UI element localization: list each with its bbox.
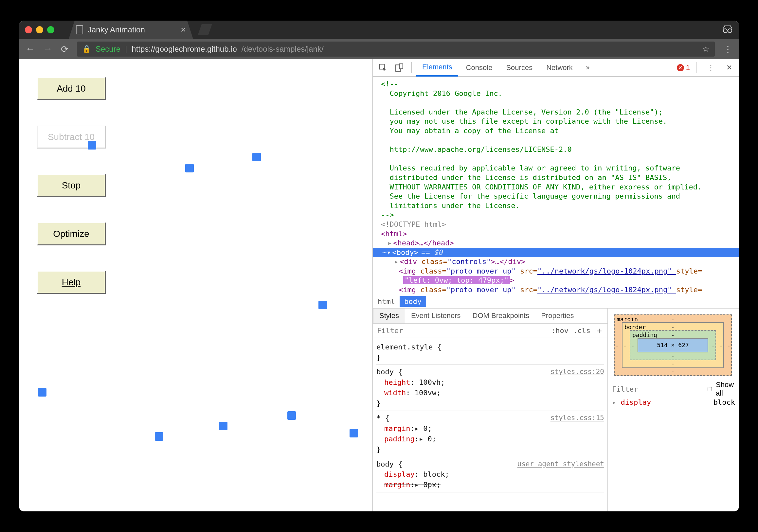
mover-icon xyxy=(219,422,227,430)
inspect-element-icon[interactable] xyxy=(376,62,390,74)
rule-body[interactable]: styles.css:20 body { height: 100vh; widt… xyxy=(376,365,604,411)
optimize-button[interactable]: Optimize xyxy=(37,222,106,246)
bm-border-label: border xyxy=(625,323,646,330)
titlebar: Janky Animation × xyxy=(19,20,739,39)
page-icon xyxy=(76,25,83,34)
subtab-properties[interactable]: Properties xyxy=(535,308,580,323)
dom-breadcrumb: html body xyxy=(373,295,739,308)
controls-panel: Add 10 Subtract 10 Stop Optimize Help xyxy=(37,77,106,294)
back-button[interactable]: ← xyxy=(25,44,35,54)
browser-window: Janky Animation × ← → ⟳ 🔒 Secure | https… xyxy=(19,20,739,512)
address-bar[interactable]: 🔒 Secure | https://googlechrome.github.i… xyxy=(77,42,715,57)
error-count: 1 xyxy=(686,63,690,72)
cls-toggle[interactable]: .cls xyxy=(573,326,590,335)
url-path: /devtools-samples/jank/ xyxy=(242,45,324,54)
computed-row[interactable]: display block xyxy=(612,398,735,406)
browser-tab[interactable]: Janky Animation × xyxy=(69,20,193,39)
close-tab-icon[interactable]: × xyxy=(181,24,186,35)
tabs-overflow-icon[interactable]: » xyxy=(581,62,595,74)
incognito-icon xyxy=(722,24,733,35)
url-host: https://googlechrome.github.io xyxy=(132,45,237,54)
browser-menu-button[interactable]: ⋮ xyxy=(723,44,733,55)
window-minimize-button[interactable] xyxy=(36,26,43,33)
subtab-styles[interactable]: Styles xyxy=(373,308,405,323)
lock-icon: 🔒 xyxy=(82,45,91,53)
stop-button[interactable]: Stop xyxy=(37,174,106,197)
bm-content-size: 514 × 627 xyxy=(637,338,708,352)
add-button[interactable]: Add 10 xyxy=(37,77,106,100)
subtab-event-listeners[interactable]: Event Listeners xyxy=(405,308,467,323)
error-badge-icon: ✕ xyxy=(677,64,684,71)
svg-point-0 xyxy=(723,29,727,33)
computed-filter-input[interactable] xyxy=(612,385,704,393)
forward-button[interactable]: → xyxy=(43,44,52,54)
computed-column: margin - - - - border - - - - xyxy=(608,309,739,512)
devtools-menu-icon[interactable]: ⋮ xyxy=(704,62,718,74)
rule-element-style[interactable]: element.style { } xyxy=(376,340,604,365)
svg-point-1 xyxy=(728,29,732,33)
dom-div-controls[interactable]: <div class="controls">…</div> xyxy=(373,257,739,267)
styles-panel: Styles Event Listeners DOM Breakpoints P… xyxy=(373,308,739,512)
window-close-button[interactable] xyxy=(25,26,32,33)
dom-doctype: <!DOCTYPE html> xyxy=(373,220,739,229)
dom-body-selected[interactable]: ⋯▾<body>== $0 xyxy=(373,248,739,257)
subtab-dom-breakpoints[interactable]: DOM Breakpoints xyxy=(467,308,535,323)
rule-ua-body[interactable]: user agent stylesheet body { display: bl… xyxy=(376,457,604,493)
dom-img-1-style[interactable]: "left: 0vw; top: 479px;"> xyxy=(373,276,739,285)
rule-origin[interactable]: styles.css:15 xyxy=(550,413,604,423)
devtools-close-icon[interactable]: ✕ xyxy=(722,62,737,74)
error-indicator[interactable]: ✕ 1 xyxy=(677,63,690,72)
hov-toggle[interactable]: :hov xyxy=(551,326,568,335)
styles-rules-column: Styles Event Listeners DOM Breakpoints P… xyxy=(373,309,608,512)
bookmark-star-icon[interactable]: ☆ xyxy=(702,45,709,54)
tab-title: Janky Animation xyxy=(88,25,145,34)
dom-img-2[interactable]: <img class="proto mover up" src="../netw… xyxy=(373,285,739,295)
mover-icon xyxy=(252,153,261,161)
rule-star[interactable]: styles.css:15 * { margin:▸ 0; padding:▸ … xyxy=(376,411,604,457)
tab-console[interactable]: Console xyxy=(460,59,499,77)
dom-html-open[interactable]: <html> xyxy=(373,229,739,239)
help-button[interactable]: Help xyxy=(37,271,106,294)
show-all-label: Show all xyxy=(716,381,735,398)
box-model[interactable]: margin - - - - border - - - - xyxy=(608,309,739,382)
devtools-panel: Elements Console Sources Network » ✕ 1 ⋮… xyxy=(372,59,739,512)
mover-icon xyxy=(185,164,194,172)
device-toolbar-icon[interactable] xyxy=(392,62,406,74)
style-rules[interactable]: element.style { } styles.css:20 body { h… xyxy=(373,338,607,495)
content-area: Add 10 Subtract 10 Stop Optimize Help El… xyxy=(19,59,739,512)
dom-tree[interactable]: <!-- Copyright 2016 Google Inc. Licensed… xyxy=(373,77,739,295)
new-style-rule-icon[interactable]: ＋ xyxy=(595,325,603,336)
mover-icon xyxy=(88,141,96,150)
crumb-body[interactable]: body xyxy=(399,296,426,307)
dom-comment: <!-- Copyright 2016 Google Inc. Licensed… xyxy=(373,80,739,220)
mover-icon xyxy=(287,411,296,420)
styles-subtabs: Styles Event Listeners DOM Breakpoints P… xyxy=(373,309,607,323)
styles-filter-row: :hov .cls ＋ xyxy=(373,323,607,338)
reload-button[interactable]: ⟳ xyxy=(61,44,68,55)
tab-elements[interactable]: Elements xyxy=(416,59,458,77)
secure-label: Secure xyxy=(95,45,121,54)
styles-filter-input[interactable] xyxy=(377,326,547,335)
dom-img-1[interactable]: <img class="proto mover up" src="../netw… xyxy=(373,267,739,276)
rule-origin[interactable]: styles.css:20 xyxy=(550,367,604,377)
window-maximize-button[interactable] xyxy=(47,26,54,33)
mover-icon xyxy=(350,429,358,437)
show-all-checkbox[interactable] xyxy=(707,387,712,391)
computed-list[interactable]: display block xyxy=(608,396,739,408)
bm-padding-label: padding xyxy=(632,331,657,338)
bm-margin-label: margin xyxy=(617,316,638,323)
svg-rect-4 xyxy=(399,64,403,69)
traffic-lights xyxy=(25,26,54,33)
mover-icon xyxy=(155,432,163,441)
new-tab-button[interactable] xyxy=(198,24,212,35)
crumb-html[interactable]: html xyxy=(373,296,399,307)
computed-filter-row: Show all xyxy=(608,382,739,396)
tab-network[interactable]: Network xyxy=(540,59,579,77)
rendered-page: Add 10 Subtract 10 Stop Optimize Help xyxy=(19,59,372,512)
devtools-tabbar: Elements Console Sources Network » ✕ 1 ⋮… xyxy=(373,59,739,77)
mover-icon xyxy=(38,388,47,397)
rule-origin-ua: user agent stylesheet xyxy=(517,459,604,469)
tab-sources[interactable]: Sources xyxy=(500,59,538,77)
dom-head[interactable]: <head>…</head> xyxy=(373,239,739,248)
browser-toolbar: ← → ⟳ 🔒 Secure | https://googlechrome.gi… xyxy=(19,39,739,59)
